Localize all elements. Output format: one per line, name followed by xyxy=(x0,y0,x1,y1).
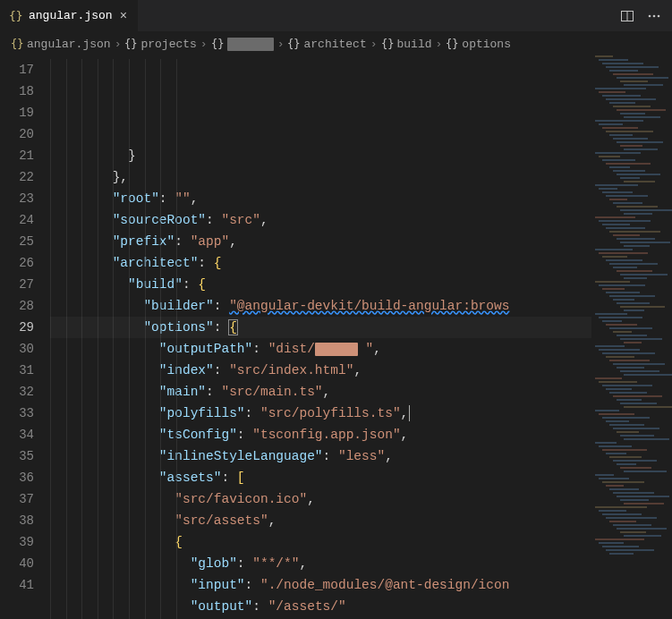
breadcrumb-options[interactable]: {} options xyxy=(446,38,511,51)
line-number: 36 xyxy=(0,467,34,488)
tab-filename: angular.json xyxy=(29,9,113,22)
minimap[interactable] xyxy=(591,55,672,619)
svg-text:{}: {} xyxy=(124,38,137,50)
code-line[interactable]: "architect": { xyxy=(50,252,672,274)
line-number: 38 xyxy=(0,510,34,531)
code-line[interactable]: "root": "", xyxy=(50,188,672,209)
line-number: 35 xyxy=(0,445,34,467)
code-line[interactable]: "main": "src/main.ts", xyxy=(50,381,672,403)
line-number: 40 xyxy=(0,553,34,574)
line-number: 32 xyxy=(0,381,34,403)
tab-bar-tabs: {} angular.json × xyxy=(0,0,139,31)
line-number: 28 xyxy=(0,295,34,317)
code-line[interactable]: }, xyxy=(50,166,672,188)
code-line[interactable]: "src/assets", xyxy=(50,510,672,531)
line-number: 31 xyxy=(0,360,34,381)
chevron-right-icon: › xyxy=(200,38,208,51)
close-icon[interactable]: × xyxy=(118,9,129,23)
code-line[interactable]: "input": "./node_modules/@ant-design/ico… xyxy=(50,574,672,596)
breadcrumb-project[interactable]: {} xyxy=(211,38,274,51)
braces-icon: {} xyxy=(124,38,137,50)
line-number: 27 xyxy=(0,274,34,295)
code-line[interactable]: "glob": "**/*", xyxy=(50,553,672,574)
code-line[interactable]: "polyfills": "src/polyfills.ts", xyxy=(50,403,672,424)
breadcrumb-build[interactable]: {} build xyxy=(381,38,432,51)
code-lines: } }, "root": "", "sourceRoot": "src", "p… xyxy=(50,145,672,619)
code-line[interactable]: "options": { xyxy=(50,317,672,338)
line-number: 33 xyxy=(0,403,34,424)
code-line[interactable]: "index": "src/index.html", xyxy=(50,360,672,381)
line-number: 24 xyxy=(0,209,34,231)
line-number: 22 xyxy=(0,166,34,188)
svg-text:{}: {} xyxy=(211,38,224,50)
svg-text:{}: {} xyxy=(11,38,23,50)
braces-icon: {} xyxy=(211,38,224,50)
code-line[interactable]: { xyxy=(50,531,672,553)
line-number: 26 xyxy=(0,252,34,274)
line-number: 39 xyxy=(0,531,34,553)
code-line[interactable]: "output": "/assets/" xyxy=(50,596,672,617)
more-actions-icon[interactable] xyxy=(647,9,661,23)
braces-icon: {} xyxy=(11,38,23,50)
line-number: 17 xyxy=(0,59,34,81)
chevron-right-icon: › xyxy=(370,38,378,51)
svg-point-3 xyxy=(649,14,651,17)
line-number: 20 xyxy=(0,123,34,145)
braces-icon: {} xyxy=(9,9,23,23)
svg-text:{}: {} xyxy=(446,38,458,50)
svg-text:{}: {} xyxy=(9,9,23,22)
line-number: 18 xyxy=(0,81,34,102)
breadcrumbs[interactable]: {} angular.json › {} projects › {} › {} … xyxy=(0,32,672,55)
svg-text:{}: {} xyxy=(381,38,394,50)
line-number: 41 xyxy=(0,574,34,596)
breadcrumb-file[interactable]: {} angular.json xyxy=(11,38,111,51)
code-area[interactable]: } }, "root": "", "sourceRoot": "src", "p… xyxy=(50,55,672,619)
svg-point-5 xyxy=(658,14,660,17)
breadcrumb-projects[interactable]: {} projects xyxy=(124,38,196,51)
editor-actions xyxy=(620,9,672,23)
code-line[interactable]: } xyxy=(50,145,672,166)
chevron-right-icon: › xyxy=(115,38,122,51)
line-number: 23 xyxy=(0,188,34,209)
braces-icon: {} xyxy=(381,38,394,50)
line-number-gutter: 1718192021222324252627282930313233343536… xyxy=(0,55,50,619)
tab-angular-json[interactable]: {} angular.json × xyxy=(0,0,139,31)
code-line[interactable]: "inlineStyleLanguage": "less", xyxy=(50,445,672,467)
code-line[interactable]: "src/favicon.ico", xyxy=(50,488,672,510)
line-number: 19 xyxy=(0,102,34,123)
code-line[interactable]: "builder": "@angular-devkit/build-angula… xyxy=(50,295,672,317)
line-number: 29 xyxy=(0,317,34,338)
code-line[interactable]: "prefix": "app", xyxy=(50,231,672,252)
code-line[interactable]: "sourceRoot": "src", xyxy=(50,209,672,231)
redacted-project-name xyxy=(227,38,274,51)
editor[interactable]: 1718192021222324252627282930313233343536… xyxy=(0,55,672,619)
svg-point-4 xyxy=(653,14,656,17)
svg-text:{}: {} xyxy=(287,38,300,50)
chevron-right-icon: › xyxy=(277,38,285,51)
code-line[interactable]: "build": { xyxy=(50,274,672,295)
line-number: 21 xyxy=(0,145,34,166)
code-line[interactable]: "outputPath": "dist/ ", xyxy=(50,338,672,360)
braces-icon: {} xyxy=(446,38,458,50)
breadcrumb-architect[interactable]: {} architect xyxy=(287,38,366,51)
chevron-right-icon: › xyxy=(436,38,443,51)
braces-icon: {} xyxy=(287,38,300,50)
line-number: 34 xyxy=(0,424,34,445)
line-number: 30 xyxy=(0,338,34,360)
split-editor-icon[interactable] xyxy=(620,9,634,23)
code-line[interactable]: "tsConfig": "tsconfig.app.json", xyxy=(50,424,672,445)
line-number: 25 xyxy=(0,231,34,252)
line-number: 37 xyxy=(0,488,34,510)
code-line[interactable]: "assets": [ xyxy=(50,467,672,488)
tab-bar: {} angular.json × xyxy=(0,0,672,32)
